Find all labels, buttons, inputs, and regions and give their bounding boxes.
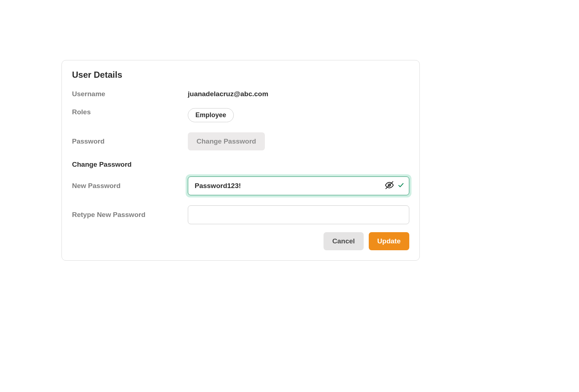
label-roles: Roles bbox=[72, 108, 188, 116]
eye-off-icon[interactable] bbox=[385, 180, 394, 191]
user-details-card: User Details Username juanadelacruz@abc.… bbox=[62, 60, 420, 261]
label-password: Password bbox=[72, 137, 188, 145]
input-icons bbox=[385, 180, 404, 191]
cancel-button[interactable]: Cancel bbox=[324, 232, 363, 250]
label-username: Username bbox=[72, 90, 188, 98]
retype-password-input[interactable] bbox=[188, 205, 409, 224]
actions-row: Cancel Update bbox=[72, 232, 409, 250]
update-button[interactable]: Update bbox=[369, 232, 409, 250]
label-retype-password: Retype New Password bbox=[72, 211, 188, 219]
row-password: Password Change Password bbox=[72, 132, 409, 150]
row-username: Username juanadelacruz@abc.com bbox=[72, 90, 409, 98]
value-username: juanadelacruz@abc.com bbox=[188, 90, 268, 98]
row-new-password: New Password bbox=[72, 176, 409, 195]
retype-password-field-wrap bbox=[188, 205, 409, 224]
label-new-password: New Password bbox=[72, 182, 188, 190]
card-title: User Details bbox=[72, 70, 409, 80]
row-roles: Roles Employee bbox=[72, 108, 409, 122]
role-chip-employee[interactable]: Employee bbox=[188, 108, 234, 122]
check-icon bbox=[398, 182, 404, 190]
new-password-field-wrap bbox=[188, 176, 409, 195]
change-password-heading: Change Password bbox=[72, 161, 409, 169]
new-password-input[interactable] bbox=[188, 176, 409, 195]
change-password-button[interactable]: Change Password bbox=[188, 132, 265, 150]
row-retype-password: Retype New Password bbox=[72, 205, 409, 224]
